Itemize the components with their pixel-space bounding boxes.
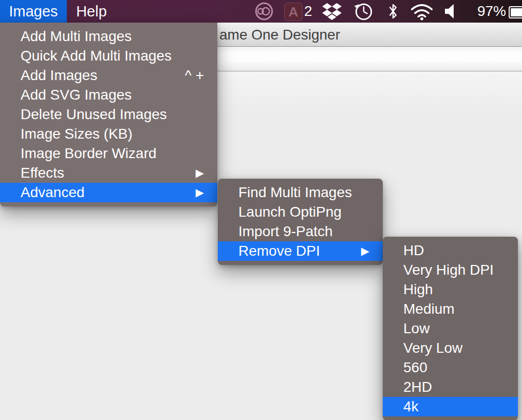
menu-item-medium[interactable]: Medium: [383, 299, 518, 319]
submenu-arrow-icon: ▶: [196, 163, 204, 183]
menu-item-label: Very Low: [403, 340, 462, 356]
menu-item-remove-dpi[interactable]: Remove DPI▶: [218, 241, 383, 261]
menu-item-effects[interactable]: Effects▶: [0, 163, 217, 183]
menu-item-advanced[interactable]: Advanced▶: [0, 183, 217, 202]
dropbox-icon[interactable]: [322, 3, 342, 24]
menu-item-2hd[interactable]: 2HD: [383, 377, 518, 397]
menu-item-label: Effects: [21, 165, 64, 181]
volume-icon[interactable]: [445, 4, 458, 23]
remove-dpi-submenu: HDVery High DPIHighMediumLowVery Low5602…: [383, 237, 518, 420]
battery-percent: 97%: [468, 0, 506, 23]
time-machine-icon[interactable]: [353, 2, 373, 25]
menu-item-label: Image Sizes (KB): [21, 126, 133, 142]
menu-item-label: Add Multi Images: [21, 28, 132, 44]
menu-item-find-multi-images[interactable]: Find Multi Images: [218, 183, 383, 202]
menu-item-delete-unused-images[interactable]: Delete Unused Images: [0, 105, 217, 124]
menu-item-label: Very High DPI: [403, 262, 494, 278]
menubar-item-help[interactable]: Help: [68, 0, 115, 23]
menu-item-quick-add-multi-images[interactable]: Quick Add Multi Images: [0, 46, 217, 66]
menu-item-add-svg-images[interactable]: Add SVG Images: [0, 85, 217, 105]
window-title: ame One Designer: [219, 23, 340, 46]
menu-item-low[interactable]: Low: [383, 319, 518, 338]
wifi-icon[interactable]: [410, 4, 434, 24]
submenu-arrow-icon: ▶: [196, 183, 204, 202]
menu-item-very-low[interactable]: Very Low: [383, 338, 518, 358]
menu-item-label: Find Multi Images: [238, 184, 352, 200]
menu-item-label: HD: [403, 242, 424, 258]
advanced-submenu: Find Multi ImagesLaunch OptiPngImport 9-…: [218, 179, 383, 265]
menu-item-label: Advanced: [21, 184, 85, 200]
menu-item-label: Medium: [403, 301, 455, 317]
menu-item-560[interactable]: 560: [383, 358, 518, 377]
menu-item-label: Add SVG Images: [21, 87, 132, 103]
menu-item-label: 4k: [403, 398, 419, 414]
menu-item-4k[interactable]: 4k: [383, 397, 518, 416]
creative-cloud-icon[interactable]: [254, 2, 274, 25]
menu-item-add-multi-images[interactable]: Add Multi Images: [0, 27, 217, 46]
menu-item-hd[interactable]: HD: [383, 241, 518, 260]
menu-item-shortcut: ^ +: [185, 66, 204, 85]
menu-item-label: High: [403, 281, 433, 297]
app-badge-icon[interactable]: A: [284, 3, 303, 21]
menu-item-label: Quick Add Multi Images: [21, 48, 172, 64]
menu-item-label: 2HD: [403, 379, 432, 395]
menu-item-label: Remove DPI: [238, 243, 320, 259]
menu-item-add-images[interactable]: Add Images^ +: [0, 66, 217, 85]
menubar: Images Help A 2: [0, 0, 522, 23]
menu-item-high[interactable]: High: [383, 280, 518, 299]
menu-item-label: Import 9-Patch: [238, 223, 333, 239]
bluetooth-icon[interactable]: [386, 2, 400, 25]
menu-item-label: Low: [403, 320, 430, 336]
images-menu: Add Multi ImagesQuick Add Multi ImagesAd…: [0, 23, 217, 206]
menu-item-label: Add Images: [21, 67, 97, 83]
menu-item-image-sizes-kb[interactable]: Image Sizes (KB): [0, 124, 217, 144]
battery-icon: [509, 6, 522, 18]
menu-item-label: 560: [403, 359, 427, 375]
menu-item-launch-optipng[interactable]: Launch OptiPng: [218, 202, 383, 222]
battery-fill: [511, 8, 522, 16]
menu-item-label: Delete Unused Images: [21, 106, 167, 122]
menu-item-import-9-patch[interactable]: Import 9-Patch: [218, 222, 383, 241]
menu-item-image-border-wizard[interactable]: Image Border Wizard: [0, 144, 217, 163]
menu-item-very-high-dpi[interactable]: Very High DPI: [383, 260, 518, 280]
menubar-item-images[interactable]: Images: [0, 0, 67, 23]
submenu-arrow-icon: ▶: [361, 241, 369, 261]
menu-item-label: Image Border Wizard: [21, 145, 157, 161]
app-badge-count: 2: [304, 0, 312, 23]
menu-item-label: Launch OptiPng: [238, 204, 342, 220]
